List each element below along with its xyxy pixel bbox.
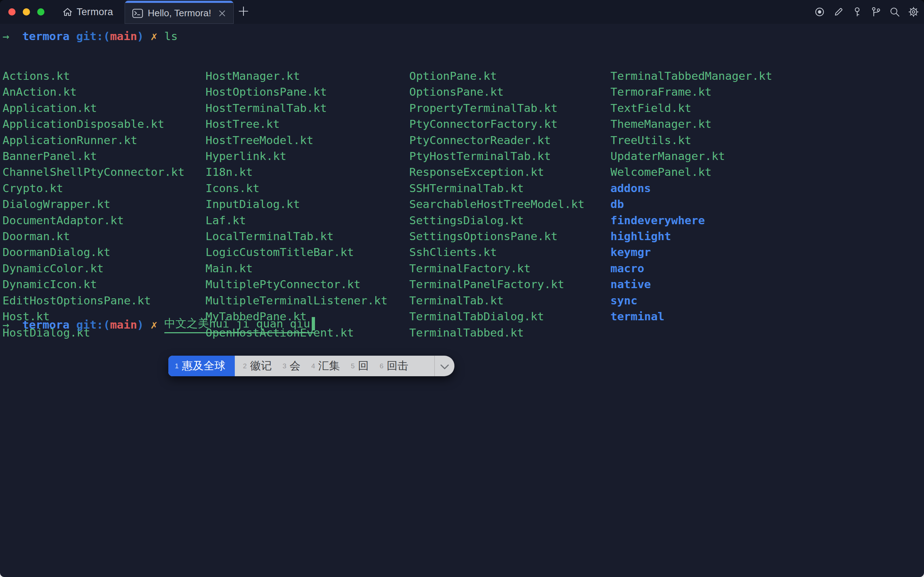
ime-candidate[interactable]: 2徽记 [238, 356, 277, 376]
prompt-line-2: →termoragit:(main)✗中文之美hui ji quan qiu [3, 317, 315, 332]
file-entry: BannerPanel.kt [3, 148, 185, 164]
app-home[interactable]: Termora [62, 0, 113, 24]
directory-entry: sync [610, 292, 772, 308]
composition-pinyin: hui ji quan qiu [209, 317, 310, 330]
file-entry: ApplicationDisposable.kt [3, 116, 185, 132]
candidate-index: 6 [380, 362, 384, 370]
file-entry: HostTreeModel.kt [206, 132, 388, 148]
directory-entry: macro [610, 260, 772, 276]
ime-candidate[interactable]: 4汇集 [306, 356, 346, 376]
candidate-index: 1 [175, 362, 179, 370]
file-entry: InputDialog.kt [206, 196, 388, 212]
file-entry: OptionPane.kt [409, 68, 584, 84]
file-entry: AnAction.kt [3, 84, 185, 100]
file-entry: Actions.kt [3, 68, 185, 84]
candidate-text: 回击 [387, 359, 408, 373]
file-entry: TerminalTab.kt [409, 292, 584, 308]
file-entry: PtyConnectorFactory.kt [409, 116, 584, 132]
file-entry: WelcomePanel.kt [610, 164, 772, 180]
command-text: ls [164, 30, 178, 43]
ime-spacer [414, 356, 434, 376]
directory-entry: findeverywhere [610, 212, 772, 228]
file-entry: HostOptionsPane.kt [206, 84, 388, 100]
file-entry: DialogWrapper.kt [3, 196, 185, 212]
file-entry: TermoraFrame.kt [610, 84, 772, 100]
ls-column-4: TerminalTabbedManager.ktTermoraFrame.ktT… [610, 68, 772, 325]
git-branch: main [110, 318, 137, 331]
ime-expand-button[interactable] [435, 356, 455, 376]
prompt-directory: termora [23, 30, 70, 43]
file-entry: LocalTerminalTab.kt [206, 228, 388, 244]
file-entry: DynamicIcon.kt [3, 276, 185, 292]
git-dirty-mark: ✗ [151, 318, 158, 331]
ime-candidate[interactable]: 6回击 [374, 356, 414, 376]
pencil-icon[interactable] [833, 6, 844, 17]
prompt-line-1: →termoragit:(main)✗ls [3, 28, 178, 44]
file-entry: MultiplePtyConnector.kt [206, 276, 388, 292]
terminal-screen[interactable]: →termoragit:(main)✗ls Actions.ktAnAction… [0, 24, 924, 577]
prompt-git-segment: git:(main) [76, 318, 144, 331]
ime-candidate[interactable]: 3会 [277, 356, 306, 376]
gear-icon[interactable] [908, 6, 919, 17]
titlebar[interactable]: Termora Hello, Termora! [0, 0, 924, 24]
tab-close-icon[interactable] [217, 8, 227, 19]
ime-candidate[interactable]: 1惠及全球 [168, 356, 235, 376]
home-icon [62, 6, 73, 17]
file-entry: DoormanDialog.kt [3, 244, 185, 260]
terminal-cursor [312, 317, 315, 330]
file-entry: ChannelShellPtyConnector.kt [3, 164, 185, 180]
file-entry: ThemeManager.kt [610, 116, 772, 132]
file-entry: I18n.kt [206, 164, 388, 180]
file-entry: ApplicationRunner.kt [3, 132, 185, 148]
tab-title: Hello, Termora! [148, 8, 212, 19]
key-icon[interactable] [852, 6, 863, 17]
file-entry: Laf.kt [206, 212, 388, 228]
prompt-arrow: → [3, 318, 10, 331]
directory-entry: highlight [610, 228, 772, 244]
ls-column-3: OptionPane.ktOptionsPane.ktPropertyTermi… [409, 68, 584, 340]
file-entry: HostTree.kt [206, 116, 388, 132]
file-entry: Icons.kt [206, 180, 388, 196]
candidate-index: 2 [243, 362, 247, 370]
file-entry: HostTerminalTab.kt [206, 100, 388, 116]
directory-entry: db [610, 196, 772, 212]
file-entry: LogicCustomTitleBar.kt [206, 244, 388, 260]
file-entry: PtyConnectorReader.kt [409, 132, 584, 148]
ime-composition-text: 中文之美hui ji quan qiu [164, 316, 315, 333]
file-entry: TerminalTabbed.kt [409, 325, 584, 340]
new-tab-button[interactable] [238, 6, 249, 18]
file-entry: OptionsPane.kt [409, 84, 584, 100]
git-branch: main [110, 30, 137, 43]
file-entry: TerminalTabDialog.kt [409, 308, 584, 324]
file-entry: MultipleTerminalListener.kt [206, 292, 388, 308]
file-entry: TerminalFactory.kt [409, 260, 584, 276]
plus-icon [238, 6, 249, 18]
composition-cjk: 中文之美 [164, 316, 209, 331]
close-window-button[interactable] [8, 8, 16, 16]
ime-candidate[interactable]: 5回 [345, 356, 374, 376]
file-entry: SshClients.kt [409, 244, 584, 260]
file-entry: SearchableHostTreeModel.kt [409, 196, 584, 212]
zoom-window-button[interactable] [37, 8, 44, 16]
candidate-index: 5 [351, 362, 355, 370]
file-entry: Application.kt [3, 100, 185, 116]
file-entry: EditHostOptionsPane.kt [3, 292, 185, 308]
prompt-git-segment: git:(main) [76, 30, 144, 43]
minimize-window-button[interactable] [23, 8, 30, 16]
ime-candidate-list: 1惠及全球2徽记3会4汇集5回6回击 [168, 356, 414, 376]
tab-hello-termora[interactable]: Hello, Termora! [125, 1, 234, 24]
file-entry: Crypto.kt [3, 180, 185, 196]
file-entry: Hyperlink.kt [206, 148, 388, 164]
git-dirty-mark: ✗ [151, 30, 158, 43]
file-entry: TerminalTabbedManager.kt [610, 68, 772, 84]
record-macro-button[interactable] [814, 6, 825, 17]
app-title: Termora [77, 6, 113, 18]
termora-window: Termora Hello, Termora! [0, 0, 924, 577]
candidate-text: 会 [290, 359, 300, 373]
file-entry: DocumentAdaptor.kt [3, 212, 185, 228]
file-entry: DynamicColor.kt [3, 260, 185, 276]
branch-icon[interactable] [871, 6, 881, 17]
search-icon[interactable] [889, 6, 900, 17]
file-entry: TerminalPanelFactory.kt [409, 276, 584, 292]
prompt-directory: termora [23, 318, 70, 331]
